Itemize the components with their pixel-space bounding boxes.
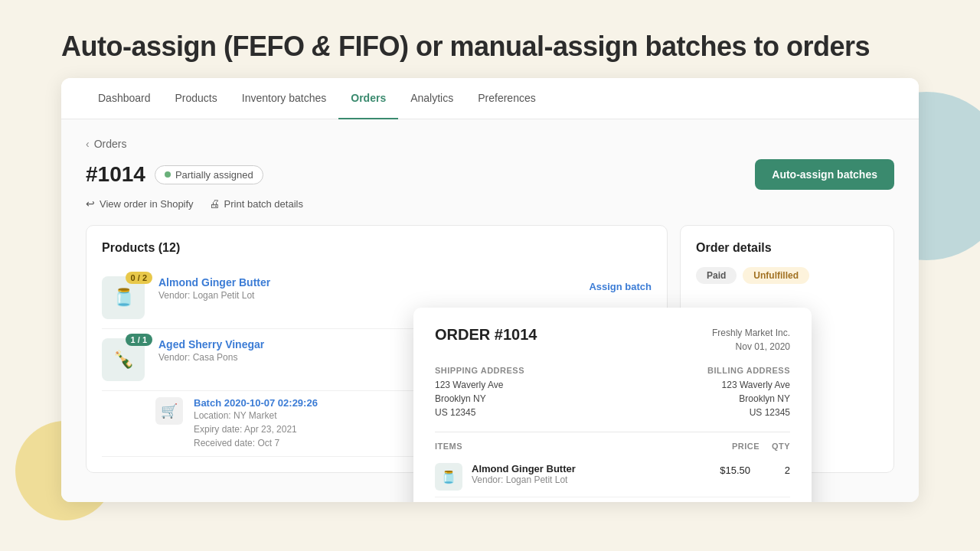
nav-item-dashboard[interactable]: Dashboard [86,78,163,119]
invoice-item-qty-1: 2 [760,463,790,476]
main-content: ‹ Orders #1014 Partially assigned Auto-a… [61,119,919,502]
invoice-meta: Freshly Market Inc. Nov 01, 2020 [712,326,790,354]
product-vendor-1: Vendor: Logan Petit Lot [158,290,578,301]
view-in-shopify-label: View order in Shopify [100,198,194,210]
product-image-wrap-2: 🍾 1 / 1 [102,338,148,381]
assign-batch-button-1[interactable]: Assign batch [589,281,652,292]
order-details-title: Order details [696,241,878,255]
nav-item-orders[interactable]: Orders [338,78,398,119]
order-actions: ↩ View order in Shopify 🖨 Print batch de… [86,197,894,210]
print-icon: 🖨 [209,197,220,210]
invoice-table: ITEMS PRICE QTY 🫙 Almond Ginger Butter V… [435,432,790,502]
invoice-shipping-line3: US 12345 [435,406,606,419]
status-dot-icon [165,171,171,178]
invoice-shipping-address: SHIPPING ADDRESS 123 Waverly Ave Brookly… [435,366,606,419]
invoice-shipping-line2: Brooklyn NY [435,392,606,406]
invoice-header: ORDER #1014 Freshly Market Inc. Nov 01, … [435,326,790,354]
product-name-1[interactable]: Almond Ginger Butter [158,276,578,289]
badge-paid: Paid [696,267,737,284]
nav: Dashboard Products Inventory batches Ord… [61,78,919,119]
status-label: Partially assigned [175,169,253,181]
shopify-icon: ↩ [86,197,95,210]
invoice-billing-line1: 123 Waverly Ave [619,378,790,392]
nav-item-products[interactable]: Products [163,78,230,119]
view-in-shopify-link[interactable]: ↩ View order in Shopify [86,197,194,210]
invoice-col-qty-header: QTY [760,442,790,451]
status-badge: Partially assigned [155,165,263,184]
order-detail-badges: Paid Unfulfilled [696,267,878,284]
invoice-addresses: SHIPPING ADDRESS 123 Waverly Ave Brookly… [435,366,790,419]
invoice-row-1: 🫙 Almond Ginger Butter Vendor: Logan Pet… [435,457,790,497]
invoice-billing-address: BILLING ADDRESS 123 Waverly Ave Brooklyn… [619,366,790,419]
breadcrumb-arrow-icon: ‹ [86,138,90,150]
order-number: #1014 [86,162,145,187]
products-card-title: Products (12) [102,241,652,255]
invoice-col-items-header: ITEMS [435,442,706,451]
breadcrumb[interactable]: ‹ Orders [86,138,894,150]
app-window: Dashboard Products Inventory batches Ord… [61,78,919,502]
batch-icon-1: 🛒 [155,397,183,425]
qty-badge-2: 1 / 1 [126,334,152,346]
invoice-overlay: ORDER #1014 Freshly Market Inc. Nov 01, … [413,308,812,502]
invoice-billing-line2: Brooklyn NY [619,392,790,406]
invoice-col-price-header: PRICE [706,442,760,451]
invoice-item-name-1: Almond Ginger Butter [472,463,688,474]
page-heading: Auto-assign (FEFO & FIFO) or manual-assi… [0,0,980,78]
nav-item-preferences[interactable]: Preferences [466,78,547,119]
invoice-item-info-1: Almond Ginger Butter Vendor: Logan Petit… [472,463,688,485]
invoice-date: Nov 01, 2020 [712,340,790,354]
qty-badge-1: 0 / 2 [126,272,152,284]
invoice-item-img-1: 🫙 [435,463,462,491]
invoice-billing-label: BILLING ADDRESS [619,366,790,375]
invoice-billing-line3: US 12345 [619,406,790,419]
invoice-company: Freshly Market Inc. [712,326,790,340]
invoice-shipping-label: SHIPPING ADDRESS [435,366,606,375]
order-header: #1014 Partially assigned Auto-assign bat… [86,159,894,190]
nav-item-analytics[interactable]: Analytics [398,78,466,119]
product-image-wrap-1: 🫙 0 / 2 [102,276,148,319]
invoice-table-header: ITEMS PRICE QTY [435,442,790,451]
product-info-1: Almond Ginger Butter Vendor: Logan Petit… [158,276,578,301]
order-title-row: #1014 Partially assigned [86,162,263,187]
invoice-batch-row-1: 1 of 2 Batch 2020-10-07 02:37:55 Locatio… [435,497,790,502]
auto-assign-button[interactable]: Auto-assign batches [755,159,894,190]
breadcrumb-label: Orders [94,138,127,150]
invoice-item-vendor-1: Vendor: Logan Petit Lot [472,474,688,485]
print-batch-details-label: Print batch details [224,198,303,210]
invoice-item-price-1: $15.50 [697,463,750,476]
invoice-shipping-line1: 123 Waverly Ave [435,378,606,392]
print-batch-details-link[interactable]: 🖨 Print batch details [209,197,303,210]
invoice-order-number: ORDER #1014 [435,326,537,344]
badge-unfulfilled: Unfulfilled [743,267,809,284]
nav-item-inventory-batches[interactable]: Inventory batches [230,78,339,119]
